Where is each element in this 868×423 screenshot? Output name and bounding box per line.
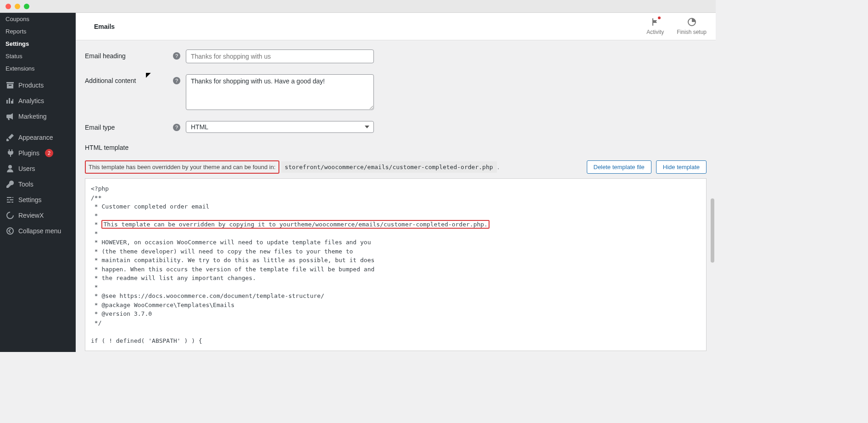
- additional-content-textarea[interactable]: Thanks for shopping with us. Have a good…: [186, 74, 374, 110]
- sidebar-sub-coupons[interactable]: Coupons: [0, 13, 76, 25]
- help-icon[interactable]: ?: [173, 124, 180, 131]
- user-icon: [6, 164, 15, 173]
- template-file-path: storefront/woocommerce/emails/customer-c…: [281, 161, 497, 173]
- sidebar-sub-settings[interactable]: Settings: [0, 38, 76, 50]
- additional-content-label: Additional content: [85, 77, 136, 84]
- page-title: Emails: [85, 23, 115, 30]
- content-area: Email heading ? Additional content ? Tha…: [76, 40, 716, 352]
- scrollbar-thumb[interactable]: [711, 198, 714, 263]
- sidebar-item-tools[interactable]: Tools: [0, 176, 76, 192]
- sidebar-label: Plugins: [18, 149, 39, 157]
- minimize-window-button[interactable]: [15, 4, 20, 9]
- sidebar-sub-reports[interactable]: Reports: [0, 25, 76, 38]
- brush-icon: [6, 133, 15, 142]
- sidebar-label: Settings: [18, 196, 42, 203]
- sidebar-item-settings[interactable]: Settings: [0, 192, 76, 208]
- close-window-button[interactable]: [6, 4, 11, 9]
- sidebar-item-reviewx[interactable]: ReviewX: [0, 208, 76, 223]
- help-icon[interactable]: ?: [173, 52, 180, 60]
- sidebar-label: Tools: [18, 181, 33, 188]
- hide-template-button[interactable]: Hide template: [656, 160, 707, 174]
- svg-point-0: [7, 228, 13, 234]
- megaphone-icon: [6, 112, 15, 121]
- sidebar-sub-extensions[interactable]: Extensions: [0, 62, 76, 75]
- sidebar-label: Users: [18, 165, 35, 172]
- path-suffix: .: [498, 164, 500, 170]
- email-type-select[interactable]: HTML: [186, 121, 374, 133]
- sidebar-item-analytics[interactable]: Analytics: [0, 93, 76, 109]
- help-icon[interactable]: ?: [173, 77, 180, 84]
- sidebar-item-appearance[interactable]: Appearance: [0, 130, 76, 145]
- plugins-badge: 2: [45, 149, 53, 157]
- delete-template-button[interactable]: Delete template file: [587, 160, 651, 174]
- finish-setup-label: Finish setup: [677, 29, 707, 35]
- page-header: Emails Activity Finish setup: [76, 13, 716, 40]
- email-heading-input[interactable]: [186, 49, 374, 63]
- sidebar-item-collapse[interactable]: Collapse menu: [0, 223, 76, 239]
- sidebar-label: Appearance: [18, 134, 53, 141]
- progress-circle-icon: [687, 17, 696, 28]
- email-type-label: Email type: [85, 124, 115, 131]
- collapse-icon: [6, 226, 15, 236]
- window-titlebar: [0, 0, 716, 13]
- bars-icon: [6, 96, 15, 105]
- sidebar-label: Collapse menu: [18, 227, 61, 235]
- sidebar-label: Products: [18, 82, 44, 89]
- spinner-icon: [6, 211, 15, 220]
- template-override-notice: This template has been overridden by you…: [85, 160, 279, 174]
- archive-icon: [6, 81, 15, 90]
- plug-icon: [6, 148, 15, 158]
- maximize-window-button[interactable]: [24, 4, 29, 9]
- sidebar-item-products[interactable]: Products: [0, 77, 76, 93]
- sidebar-item-users[interactable]: Users: [0, 161, 76, 176]
- code-highlight: This template can be overridden by copyi…: [101, 220, 489, 229]
- template-code-editor[interactable]: <?php /** * Customer completed order ema…: [85, 178, 707, 351]
- activity-button[interactable]: Activity: [646, 17, 664, 35]
- sidebar-item-marketing[interactable]: Marketing: [0, 109, 76, 124]
- flag-icon: [651, 17, 660, 28]
- code-tail: * * HOWEVER, on occasion WooCommerce wil…: [91, 230, 374, 344]
- sidebar-label: Marketing: [18, 113, 46, 120]
- scrollbar-track[interactable]: [710, 198, 715, 348]
- admin-sidebar: Coupons Reports Settings Status Extensio…: [0, 0, 76, 352]
- finish-setup-button[interactable]: Finish setup: [677, 17, 707, 35]
- sliders-icon: [6, 195, 15, 204]
- activity-label: Activity: [646, 29, 664, 35]
- html-template-heading: HTML template: [85, 144, 707, 151]
- sidebar-label: Analytics: [18, 97, 44, 104]
- sidebar-item-plugins[interactable]: Plugins 2: [0, 145, 76, 161]
- email-heading-label: Email heading: [85, 52, 126, 60]
- sidebar-sub-status[interactable]: Status: [0, 50, 76, 62]
- sidebar-label: ReviewX: [18, 212, 44, 219]
- wrench-icon: [6, 180, 15, 189]
